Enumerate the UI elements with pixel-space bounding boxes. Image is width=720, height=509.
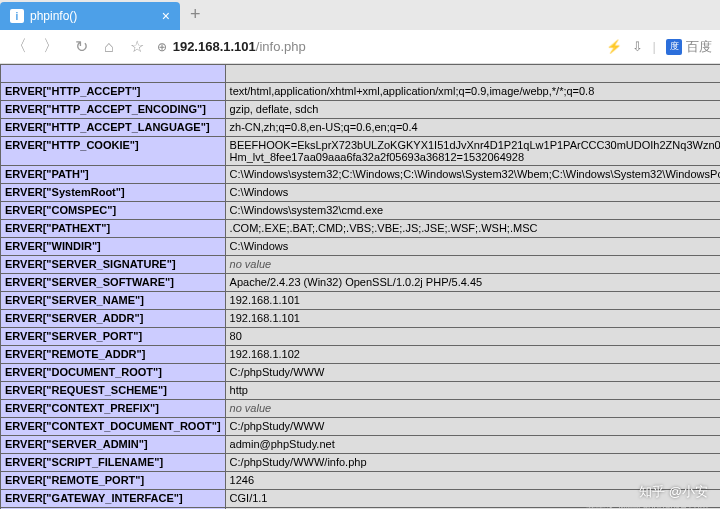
- table-row: ERVER["CONTEXT_PREFIX"]no value: [1, 400, 721, 418]
- table-row: ERVER["SERVER_ADMIN"]admin@phpStudy.net: [1, 436, 721, 454]
- table-value: 80: [225, 328, 720, 346]
- table-row: ERVER["SERVER_SOFTWARE"]Apache/2.4.23 (W…: [1, 274, 721, 292]
- table-value: C:\Windows\system32\cmd.exe: [225, 202, 720, 220]
- search-engine[interactable]: 度 百度: [666, 38, 712, 56]
- tab-title: phpinfo(): [30, 9, 77, 23]
- table-key: ERVER["SCRIPT_FILENAME"]: [1, 454, 226, 472]
- table-row: ERVER["REMOTE_ADDR"]192.168.1.102: [1, 346, 721, 364]
- search-label: 百度: [686, 38, 712, 56]
- tab-close-icon[interactable]: ×: [162, 8, 170, 24]
- table-value: C:\Windows\system32;C:\Windows;C:\Window…: [225, 166, 720, 184]
- favorite-button[interactable]: ☆: [127, 37, 147, 56]
- table-key: ERVER["CONTEXT_DOCUMENT_ROOT"]: [1, 418, 226, 436]
- table-key: ERVER["COMSPEC"]: [1, 202, 226, 220]
- table-value: C:\Windows: [225, 238, 720, 256]
- table-value: 192.168.1.101: [225, 292, 720, 310]
- table-value: C:/phpStudy/WWW: [225, 418, 720, 436]
- table-value: [225, 65, 720, 83]
- table-value: C:\Windows: [225, 184, 720, 202]
- table-key: ERVER["SERVER_ADMIN"]: [1, 436, 226, 454]
- table-value: http: [225, 382, 720, 400]
- table-key: ERVER["SystemRoot"]: [1, 184, 226, 202]
- table-row: ERVER["REQUEST_SCHEME"]http: [1, 382, 721, 400]
- table-row: ERVER["HTTP_COOKIE"]BEEFHOOK=EksLprX723b…: [1, 137, 721, 166]
- toolbar: 〈 〉 ↻ ⌂ ☆ ⊕ 192.168.1.101/info.php ⚡ ⇩ |…: [0, 30, 720, 64]
- forward-button[interactable]: 〉: [40, 36, 62, 57]
- table-row: ERVER["WINDIR"]C:\Windows: [1, 238, 721, 256]
- table-value: 192.168.1.101: [225, 310, 720, 328]
- site-info-icon[interactable]: ⊕: [157, 40, 167, 54]
- table-key: ERVER["HTTP_COOKIE"]: [1, 137, 226, 166]
- table-row: ERVER["HTTP_ACCEPT_LANGUAGE"]zh-CN,zh;q=…: [1, 119, 721, 137]
- table-key: ERVER["SERVER_PORT"]: [1, 328, 226, 346]
- table-key: ERVER["SERVER_SIGNATURE"]: [1, 256, 226, 274]
- address-bar[interactable]: ⊕ 192.168.1.101/info.php: [157, 39, 596, 54]
- table-value: text/html,application/xhtml+xml,applicat…: [225, 83, 720, 101]
- refresh-button[interactable]: ↻: [72, 37, 91, 56]
- home-button[interactable]: ⌂: [101, 38, 117, 56]
- table-key: ERVER["REQUEST_SCHEME"]: [1, 382, 226, 400]
- table-row: ERVER["SERVER_ADDR"]192.168.1.101: [1, 310, 721, 328]
- table-key: ERVER["HTTP_ACCEPT"]: [1, 83, 226, 101]
- table-row: ERVER["SERVER_NAME"]192.168.1.101: [1, 292, 721, 310]
- toolbar-right: ⚡ ⇩ | 度 百度: [606, 38, 712, 56]
- table-row: ERVER["PATH"]C:\Windows\system32;C:\Wind…: [1, 166, 721, 184]
- table-row: ERVER["HTTP_ACCEPT_ENCODING"]gzip, defla…: [1, 101, 721, 119]
- table-value: gzip, deflate, sdch: [225, 101, 720, 119]
- back-button[interactable]: 〈: [8, 36, 30, 57]
- table-value: C:/phpStudy/WWW/info.php: [225, 454, 720, 472]
- table-row: ERVER["CONTEXT_DOCUMENT_ROOT"]C:/phpStud…: [1, 418, 721, 436]
- flash-icon[interactable]: ⚡: [606, 39, 622, 54]
- table-row: ERVER["SERVER_PORT"]80: [1, 328, 721, 346]
- table-row: ERVER["SCRIPT_FILENAME"]C:/phpStudy/WWW/…: [1, 454, 721, 472]
- table-value: 192.168.1.102: [225, 346, 720, 364]
- table-value: no value: [225, 400, 720, 418]
- page-icon: i: [10, 9, 24, 23]
- table-key: [1, 65, 226, 83]
- table-value: BEEFHOOK=EksLprX723bULZoKGKYX1I51dJvXnr4…: [225, 137, 720, 166]
- active-tab[interactable]: i phpinfo() ×: [0, 2, 180, 30]
- table-key: ERVER["DOCUMENT_ROOT"]: [1, 364, 226, 382]
- table-value: zh-CN,zh;q=0.8,en-US;q=0.6,en;q=0.4: [225, 119, 720, 137]
- page-content: ERVER["HTTP_ACCEPT"]text/html,applicatio…: [0, 64, 720, 509]
- table-value: 1246: [225, 472, 720, 490]
- table-row: ERVER["SERVER_SIGNATURE"]no value: [1, 256, 721, 274]
- table-key: ERVER["PATHEXT"]: [1, 220, 226, 238]
- table-row: ERVER["PATHEXT"].COM;.EXE;.BAT;.CMD;.VBS…: [1, 220, 721, 238]
- table-row: ERVER["DOCUMENT_ROOT"]C:/phpStudy/WWW: [1, 364, 721, 382]
- table-key: ERVER["SERVER_ADDR"]: [1, 310, 226, 328]
- table-row: ERVER["GATEWAY_INTERFACE"]CGI/1.1: [1, 490, 721, 508]
- table-row: ERVER["SystemRoot"]C:\Windows: [1, 184, 721, 202]
- table-value: C:/phpStudy/WWW: [225, 364, 720, 382]
- new-tab-button[interactable]: +: [180, 0, 211, 30]
- phpinfo-table: ERVER["HTTP_ACCEPT"]text/html,applicatio…: [0, 64, 720, 509]
- table-key: ERVER["SERVER_NAME"]: [1, 292, 226, 310]
- url-path: /info.php: [256, 39, 306, 54]
- table-key: ERVER["SERVER_SOFTWARE"]: [1, 274, 226, 292]
- table-key: ERVER["CONTEXT_PREFIX"]: [1, 400, 226, 418]
- baidu-icon: 度: [666, 39, 682, 55]
- table-key: ERVER["GATEWAY_INTERFACE"]: [1, 490, 226, 508]
- download-icon[interactable]: ⇩: [632, 39, 643, 54]
- table-row: ERVER["REMOTE_PORT"]1246: [1, 472, 721, 490]
- table-key: ERVER["HTTP_ACCEPT_ENCODING"]: [1, 101, 226, 119]
- separator: |: [653, 39, 656, 54]
- table-row: ERVER["COMSPEC"]C:\Windows\system32\cmd.…: [1, 202, 721, 220]
- table-key: ERVER["HTTP_ACCEPT_LANGUAGE"]: [1, 119, 226, 137]
- table-key: ERVER["WINDIR"]: [1, 238, 226, 256]
- table-value: Apache/2.4.23 (Win32) OpenSSL/1.0.2j PHP…: [225, 274, 720, 292]
- table-value: no value: [225, 256, 720, 274]
- table-key: ERVER["REMOTE_PORT"]: [1, 472, 226, 490]
- table-value: CGI/1.1: [225, 490, 720, 508]
- url-host: 192.168.1.101: [173, 39, 256, 54]
- table-key: ERVER["REMOTE_ADDR"]: [1, 346, 226, 364]
- tab-bar: i phpinfo() × +: [0, 0, 720, 30]
- table-value: .COM;.EXE;.BAT;.CMD;.VBS;.VBE;.JS;.JSE;.…: [225, 220, 720, 238]
- table-row: ERVER["HTTP_ACCEPT"]text/html,applicatio…: [1, 83, 721, 101]
- table-key: ERVER["PATH"]: [1, 166, 226, 184]
- table-value: admin@phpStudy.net: [225, 436, 720, 454]
